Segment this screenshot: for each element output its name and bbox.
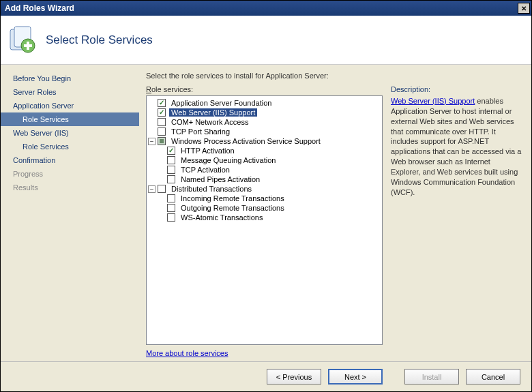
tree-node[interactable]: −Distributed Transactions	[148, 184, 381, 194]
checkbox[interactable]	[167, 166, 175, 174]
tree-node-label[interactable]: Application Server Foundation	[169, 99, 274, 107]
svg-rect-4	[24, 44, 32, 47]
twisty-spacer	[148, 119, 156, 126]
tree-node[interactable]: Message Queuing Activation	[148, 155, 381, 165]
twisty-spacer	[158, 166, 165, 174]
sidebar-item[interactable]: Role Services	[1, 112, 139, 126]
tree-node[interactable]: Named Pipes Activation	[148, 175, 381, 184]
checkbox[interactable]	[158, 118, 166, 126]
twisty-spacer	[148, 128, 156, 136]
checkbox[interactable]	[158, 108, 166, 117]
sidebar-item[interactable]: Web Server (IIS)	[1, 126, 139, 140]
main-panel: Select the role services to install for …	[139, 65, 531, 361]
checkbox[interactable]	[167, 175, 175, 183]
tree-node-label[interactable]: Named Pipes Activation	[179, 175, 262, 183]
next-button[interactable]: Next >	[328, 369, 383, 385]
twisty-spacer	[158, 147, 165, 155]
twisty-spacer	[158, 157, 165, 164]
twisty-spacer	[158, 214, 165, 222]
titlebar: Add Roles Wizard ✕	[1, 1, 531, 16]
collapse-icon[interactable]: −	[148, 185, 156, 193]
tree-node[interactable]: Application Server Foundation	[148, 98, 381, 108]
header: Select Role Services	[1, 16, 531, 65]
page-heading: Select Role Services	[46, 33, 153, 47]
tree-node[interactable]: Incoming Remote Transactions	[148, 194, 381, 203]
sidebar-item: Results	[1, 181, 139, 194]
twisty-spacer	[148, 100, 156, 107]
footer: < Previous Next > Install Cancel	[1, 361, 531, 391]
tree-node[interactable]: −Windows Process Activation Service Supp…	[148, 136, 381, 146]
description-heading: Description:	[391, 85, 522, 93]
tree-node-label[interactable]: Windows Process Activation Service Suppo…	[169, 137, 323, 145]
tree-node-label[interactable]: Web Server (IIS) Support	[169, 108, 257, 117]
cancel-button[interactable]: Cancel	[466, 369, 520, 385]
sidebar: Before You BeginServer RolesApplication …	[1, 65, 139, 361]
twisty-spacer	[158, 176, 165, 183]
tree-node-label[interactable]: TCP Port Sharing	[169, 127, 232, 136]
tree-node-label[interactable]: Distributed Transactions	[169, 185, 254, 193]
window-title: Add Roles Wizard	[5, 3, 518, 13]
role-services-tree[interactable]: Application Server FoundationWeb Server …	[146, 95, 383, 345]
install-button[interactable]: Install	[404, 369, 459, 385]
roles-wizard-icon	[8, 25, 38, 55]
tree-node[interactable]: TCP Port Sharing	[148, 127, 381, 136]
checkbox[interactable]	[167, 147, 175, 155]
tree-node[interactable]: Web Server (IIS) Support	[148, 108, 381, 117]
sidebar-item[interactable]: Server Roles	[1, 85, 139, 99]
sidebar-item: Progress	[1, 167, 139, 181]
instruction-text: Select the role services to install for …	[146, 72, 522, 80]
tree-node-label[interactable]: WS-Atomic Transactions	[179, 213, 265, 222]
tree-node-label[interactable]: Outgoing Remote Transactions	[179, 204, 286, 212]
collapse-icon[interactable]: −	[148, 138, 156, 145]
twisty-spacer	[158, 205, 165, 212]
tree-node-label[interactable]: Message Queuing Activation	[179, 156, 278, 164]
more-about-link[interactable]: More about role services	[146, 349, 383, 357]
tree-node-label[interactable]: COM+ Network Access	[169, 118, 250, 126]
twisty-spacer	[158, 195, 165, 202]
description-link[interactable]: Web Server (IIS) Support	[391, 97, 475, 105]
checkbox[interactable]	[158, 99, 166, 107]
sidebar-item[interactable]: Before You Begin	[1, 72, 139, 85]
tree-node[interactable]: TCP Activation	[148, 165, 381, 175]
sidebar-item[interactable]: Role Services	[1, 140, 139, 153]
checkbox[interactable]	[167, 156, 175, 164]
close-button[interactable]: ✕	[518, 3, 530, 14]
tree-node[interactable]: HTTP Activation	[148, 146, 381, 155]
twisty-spacer	[148, 109, 156, 117]
checkbox[interactable]	[167, 194, 175, 202]
checkbox[interactable]	[158, 137, 166, 145]
body: Before You BeginServer RolesApplication …	[1, 65, 531, 361]
role-services-label: Role services:	[146, 85, 383, 93]
checkbox[interactable]	[167, 204, 175, 212]
description-text: enables Application Server to host inter…	[391, 97, 521, 196]
checkbox[interactable]	[158, 127, 166, 136]
tree-node[interactable]: Outgoing Remote Transactions	[148, 203, 381, 213]
description-body: Web Server (IIS) Support enables Applica…	[391, 96, 522, 197]
tree-node-label[interactable]: Incoming Remote Transactions	[179, 194, 286, 202]
previous-button[interactable]: < Previous	[267, 369, 321, 385]
wizard-window: Add Roles Wizard ✕ Select Role Services …	[0, 0, 532, 392]
tree-node[interactable]: WS-Atomic Transactions	[148, 213, 381, 222]
sidebar-item[interactable]: Confirmation	[1, 153, 139, 167]
checkbox[interactable]	[158, 185, 166, 193]
tree-node-label[interactable]: TCP Activation	[179, 166, 232, 174]
sidebar-item[interactable]: Application Server	[1, 99, 139, 112]
checkbox[interactable]	[167, 213, 175, 222]
tree-node[interactable]: COM+ Network Access	[148, 117, 381, 127]
tree-node-label[interactable]: HTTP Activation	[179, 147, 237, 155]
